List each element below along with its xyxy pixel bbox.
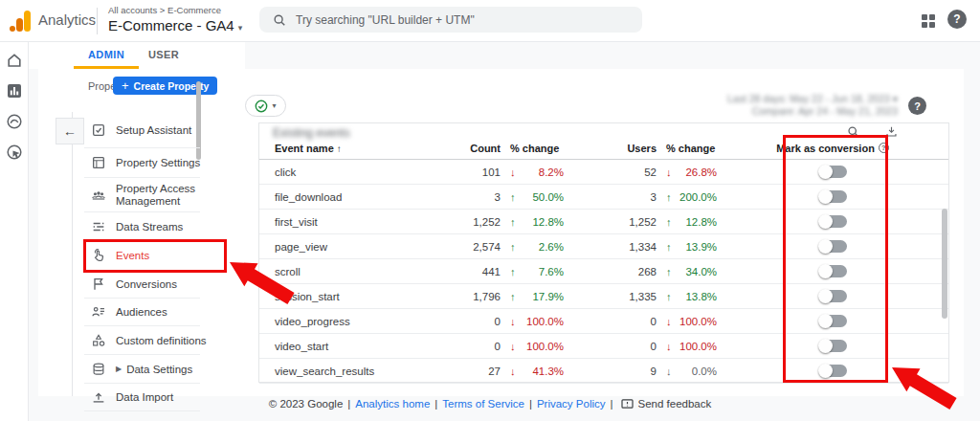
mark-as-conversion-toggle[interactable] [819, 365, 847, 377]
mark-as-conversion-toggle[interactable] [819, 315, 847, 327]
help-icon[interactable]: ? [947, 10, 967, 29]
event-name-cell: first_visit [259, 216, 412, 228]
left-nav-rail: ⚙ [0, 42, 29, 421]
link-analytics-home[interactable]: Analytics home [355, 398, 430, 410]
sidebar-item-events[interactable]: Events [84, 241, 200, 271]
date-range-selector-blurred[interactable]: Last 28 days: May 22 - Jun 18, 2023 ▾ Co… [727, 93, 898, 118]
trend-arrow-icon: ↑ [510, 191, 522, 203]
expand-arrow-icon[interactable]: ▶ [116, 365, 122, 373]
feedback-icon [621, 399, 634, 410]
table-row: page_view2,574↑2.6%1,334↑13.9% [259, 234, 948, 259]
trend-arrow-icon: ↓ [666, 366, 678, 377]
trend-arrow-icon: ↓ [510, 166, 522, 178]
trend-arrow-icon: ↓ [510, 366, 522, 377]
column-count[interactable]: Count [412, 143, 501, 154]
search-input[interactable]: Try searching "URL builder + UTM" [259, 7, 642, 33]
sidebar-item-data-settings[interactable]: ▶Data Settings [84, 355, 200, 384]
event-name-cell: video_start [259, 341, 412, 352]
trend-arrow-icon: ↑ [510, 266, 522, 277]
help-icon[interactable]: ? [908, 97, 926, 115]
table-scrollbar[interactable] [942, 209, 947, 319]
existing-events-card: Existing events Event name ↑ Count % cha… [258, 122, 949, 383]
trend-arrow-icon: ↓ [666, 316, 678, 327]
table-row: click101↓8.2%52↓26.8% [259, 160, 948, 185]
sidebar-item-custom-definitions[interactable]: Custom definitions [84, 326, 200, 355]
create-property-button[interactable]: + Create Property [113, 77, 217, 95]
active-tab-underline [74, 66, 139, 69]
trend-arrow-icon: ↑ [666, 191, 678, 203]
count-cell: 3 [412, 191, 501, 203]
table-row: file_download3↑50.0%3↑200.0% [259, 185, 948, 210]
reports-icon[interactable] [6, 82, 23, 100]
collapse-sidebar-button[interactable]: ← [56, 118, 84, 144]
events-icon [91, 248, 106, 263]
chevron-down-icon: ▾ [272, 101, 276, 110]
mark-as-conversion-toggle[interactable] [819, 240, 847, 253]
users-change-cell: ↑13.8% [657, 291, 717, 302]
tab-user[interactable]: USER [148, 49, 179, 60]
link-privacy-policy[interactable]: Privacy Policy [537, 398, 606, 410]
app-name: Analytics [38, 11, 96, 28]
sidebar-item-conversions[interactable]: Conversions [84, 271, 200, 299]
event-name-cell: page_view [259, 241, 412, 253]
sidebar-item-setup-assistant[interactable]: Setup Assistant [84, 112, 200, 148]
count-cell: 101 [412, 166, 501, 178]
sidebar-item-data-streams[interactable]: Data Streams [84, 212, 200, 241]
admin-tabs: ADMIN USER [29, 42, 245, 69]
events-table-body: click101↓8.2%52↓26.8%file_download3↑50.0… [259, 160, 948, 384]
count-cell: 1,252 [412, 216, 501, 228]
event-name-cell: session_start [259, 291, 412, 302]
tab-admin[interactable]: ADMIN [88, 49, 124, 60]
help-tooltip-icon[interactable]: ? [879, 143, 889, 153]
send-feedback[interactable]: Send feedback [638, 398, 712, 410]
table-row: video_start0↓100.0%0↓100.0% [259, 334, 948, 359]
trend-arrow-icon: ↓ [666, 166, 678, 178]
table-row: scroll441↑7.6%268↑34.0% [259, 259, 948, 284]
column-count-change: % change [501, 143, 564, 154]
trend-arrow-icon: ↓ [510, 316, 522, 327]
search-placeholder: Try searching "URL builder + UTM" [296, 13, 475, 27]
data-settings-icon [91, 362, 106, 377]
explore-icon[interactable] [6, 113, 23, 130]
sidebar-item-property-access-management[interactable]: Property Access Management [84, 178, 200, 212]
users-change-cell: ↓0.0% [657, 366, 717, 377]
event-filter-chip[interactable]: ▾ [245, 95, 286, 117]
mark-as-conversion-toggle[interactable] [819, 340, 847, 352]
link-terms-of-service[interactable]: Terms of Service [442, 398, 524, 410]
sidebar-item-property-settings[interactable]: Property Settings [84, 148, 200, 178]
sidebar-item-label: Data Settings [126, 364, 192, 375]
trend-arrow-icon: ↓ [666, 341, 678, 352]
mark-as-conversion-toggle[interactable] [819, 215, 847, 228]
diagnostics-grid-icon[interactable] [922, 14, 935, 28]
custom-definitions-icon [91, 333, 106, 348]
setup-assistant-icon [91, 122, 106, 138]
users-cell: 1,335 [564, 291, 657, 302]
users-change-cell: ↓100.0% [657, 341, 717, 352]
mark-as-conversion-toggle[interactable] [819, 190, 847, 203]
property-selector[interactable]: E-Commerce - GA4▾ [108, 17, 242, 33]
home-icon[interactable] [6, 52, 23, 69]
users-change-cell: ↓26.8% [657, 166, 717, 178]
mark-as-conversion-toggle[interactable] [819, 265, 847, 277]
sidebar-item-audiences[interactable]: Audiences [84, 299, 200, 326]
advertising-icon[interactable] [6, 144, 23, 161]
data-streams-icon [91, 219, 106, 234]
column-mark-as-conversion: Mark as conversion ? [717, 143, 948, 154]
sort-ascending-icon: ↑ [337, 144, 342, 154]
mark-as-conversion-toggle[interactable] [819, 290, 847, 302]
users-change-cell: ↑200.0% [657, 191, 717, 203]
trend-arrow-icon: ↓ [510, 341, 522, 352]
users-cell: 1,252 [564, 216, 657, 228]
sidebar-divider [72, 112, 73, 396]
property-settings-icon [91, 155, 106, 170]
count-cell: 0 [412, 316, 501, 327]
breadcrumb[interactable]: All accounts > E-Commerce [108, 5, 221, 15]
users-cell: 0 [564, 316, 657, 327]
mark-as-conversion-toggle[interactable] [819, 166, 847, 178]
event-name-cell: video_progress [259, 316, 412, 327]
users-change-cell: ↑13.9% [657, 241, 717, 253]
column-event-name[interactable]: Event name ↑ [259, 143, 412, 154]
column-users[interactable]: Users [564, 143, 657, 154]
count-cell: 27 [412, 366, 501, 377]
event-name-cell: scroll [259, 266, 412, 277]
